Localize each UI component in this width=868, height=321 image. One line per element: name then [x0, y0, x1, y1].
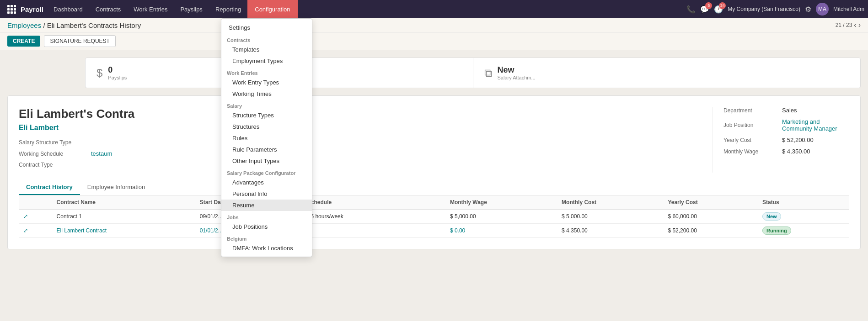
row1-status: New — [758, 210, 849, 224]
menu-rules[interactable]: Rules — [221, 132, 312, 144]
nav-contracts[interactable]: Contracts — [89, 0, 128, 18]
row2-status-badge: Running — [762, 226, 791, 235]
nav-payslips[interactable]: Payslips — [174, 0, 209, 18]
chat-icon[interactable]: 💬 5 — [700, 5, 709, 14]
menu-job-positions[interactable]: Job Positions — [221, 221, 312, 232]
attachment-value: New — [498, 65, 536, 75]
menu-rule-parameters[interactable]: Rule Parameters — [221, 144, 312, 155]
th-status: Status — [758, 195, 849, 210]
employee-name[interactable]: Eli Lambert — [19, 124, 712, 132]
create-button[interactable]: CREATE — [7, 36, 40, 47]
row2-yearly-cost: $ 52,200.00 — [663, 224, 758, 238]
settings-icon[interactable]: ⚙ — [805, 5, 811, 14]
form-left: Eli Lambert's Contra Eli Lambert Salary … — [19, 107, 712, 173]
form-right: Department Sales Job Position Marketing … — [712, 107, 849, 173]
th-icon — [19, 195, 52, 210]
nav-work-entries[interactable]: Work Entries — [127, 0, 174, 18]
row2-monthly-wage[interactable]: $ 0.00 — [445, 224, 557, 238]
row1-status-badge: New — [762, 212, 781, 221]
department-row: Department Sales — [723, 107, 849, 114]
chat-badge: 5 — [705, 2, 712, 9]
contract-type-label: Contract Type — [19, 162, 87, 168]
tab-employee-info[interactable]: Employee Information — [80, 180, 152, 195]
menu-structures[interactable]: Structures — [221, 121, 312, 132]
signature-request-button[interactable]: SIGNATURE REQUEST — [44, 35, 115, 47]
yearly-cost-row: Yearly Cost $ 52,200.00 — [723, 137, 849, 143]
menu-dmfa-work-locations[interactable]: DMFA: Work Locations — [221, 242, 312, 254]
yearly-cost-value: $ 52,200.00 — [782, 137, 814, 143]
monthly-wage-label: Monthly Wage — [723, 148, 778, 155]
table-row: ⤢ Eli Lambert Contract 01/01/2... testau… — [19, 224, 849, 238]
row2-status: Running — [758, 224, 849, 238]
breadcrumb-nav: 21 / 23 ‹ › — [836, 21, 861, 29]
section-contracts: Contracts — [221, 34, 312, 44]
menu-settings[interactable]: Settings — [221, 21, 312, 34]
job-position-label: Job Position — [723, 122, 778, 128]
th-contract-name: Contract Name — [52, 195, 195, 210]
th-yearly-cost: Yearly Cost — [663, 195, 758, 210]
row2-contract-link[interactable]: Eli Lambert Contract — [57, 227, 107, 234]
working-schedule-row: Working Schedule testaum — [19, 150, 712, 157]
salary-structure-label: Salary Structure Type — [19, 139, 87, 146]
working-schedule-value[interactable]: testaum — [91, 150, 112, 157]
prev-button[interactable]: ‹ — [854, 21, 856, 29]
top-nav: Payroll Dashboard Contracts Work Entries… — [0, 0, 868, 18]
form-card: Eli Lambert's Contra Eli Lambert Salary … — [7, 95, 861, 249]
section-salary-package: Salary Package Configurator — [221, 167, 312, 177]
app-name: Payroll — [21, 5, 43, 13]
dropdown-scroll-area[interactable]: Settings Contracts Templates Employment … — [221, 21, 312, 254]
pagination-text: 21 / 23 — [836, 22, 852, 28]
user-avatar[interactable]: MA — [816, 3, 829, 16]
stat-salary-attachment[interactable]: ⧉ New Salary Attachm... — [473, 58, 861, 88]
table-header-row: Contract Name Start Da... Working Schedu… — [19, 195, 849, 210]
row1-monthly-wage: $ 5,000.00 — [445, 210, 557, 224]
nav-configuration[interactable]: Configuration — [247, 0, 297, 18]
form-title: Eli Lambert's Contra — [19, 107, 712, 121]
working-schedule-label: Working Schedule — [19, 151, 87, 157]
stats-row: $ 0 Payslips ⧉ New Salary Attachm... — [85, 58, 861, 88]
nav-reporting[interactable]: Reporting — [209, 0, 247, 18]
main-content: $ 0 Payslips ⧉ New Salary Attachm... Eli… — [0, 50, 868, 257]
monthly-wage-row: Monthly Wage $ 4,350.00 — [723, 148, 849, 155]
section-jobs: Jobs — [221, 211, 312, 221]
contract-type-row: Contract Type — [19, 162, 712, 168]
menu-resume[interactable]: Resume — [221, 200, 312, 211]
menu-personal-info[interactable]: Personal Info — [221, 188, 312, 200]
breadcrumb-separator: / — [43, 21, 47, 29]
th-monthly-cost: Monthly Cost — [557, 195, 663, 210]
top-nav-menu: Dashboard Contracts Work Entries Payslip… — [47, 0, 686, 18]
phone-icon[interactable]: 📞 — [686, 5, 696, 14]
activity-icon[interactable]: 🕐 34 — [714, 5, 723, 14]
menu-employment-types[interactable]: Employment Types — [221, 55, 312, 67]
menu-templates[interactable]: Templates — [221, 44, 312, 55]
table-row: ⤢ Contract 1 09/01/2... Standard 35 hour… — [19, 210, 849, 224]
payslips-count: 0 — [108, 65, 127, 75]
menu-structure-types[interactable]: Structure Types — [221, 110, 312, 121]
action-bar: CREATE SIGNATURE REQUEST — [0, 32, 868, 50]
row1-link-icon[interactable]: ⤢ — [19, 210, 52, 224]
tab-contract-history[interactable]: Contract History — [19, 180, 80, 195]
menu-work-entry-types[interactable]: Work Entry Types — [221, 77, 312, 88]
configuration-dropdown: Settings Contracts Templates Employment … — [221, 18, 312, 257]
menu-advantages[interactable]: Advantages — [221, 177, 312, 188]
job-position-row: Job Position Marketing and Community Man… — [723, 118, 849, 132]
form-layout: Eli Lambert's Contra Eli Lambert Salary … — [19, 107, 849, 173]
row1-contract-name: Contract 1 — [52, 210, 195, 224]
section-work-entries: Work Entries — [221, 67, 312, 77]
yearly-cost-label: Yearly Cost — [723, 137, 778, 143]
breadcrumb-parent[interactable]: Employees — [7, 21, 41, 29]
nav-dashboard[interactable]: Dashboard — [47, 0, 89, 18]
breadcrumb-bar: Employees / Eli Lambert's Contracts Hist… — [0, 18, 868, 32]
app-logo[interactable]: Payroll — [4, 5, 47, 14]
row2-contract-name[interactable]: Eli Lambert Contract — [52, 224, 195, 238]
menu-working-times[interactable]: Working Times — [221, 88, 312, 100]
job-position-value[interactable]: Marketing and Community Manager — [782, 118, 849, 132]
menu-other-input-types[interactable]: Other Input Types — [221, 155, 312, 167]
department-value: Sales — [782, 107, 797, 114]
attachment-icon: ⧉ — [484, 67, 492, 79]
section-belgium: Belgium — [221, 232, 312, 242]
th-monthly-wage: Monthly Wage — [445, 195, 557, 210]
row2-link-icon[interactable]: ⤢ — [19, 224, 52, 238]
grid-icon — [7, 5, 16, 14]
next-button[interactable]: › — [858, 21, 861, 29]
